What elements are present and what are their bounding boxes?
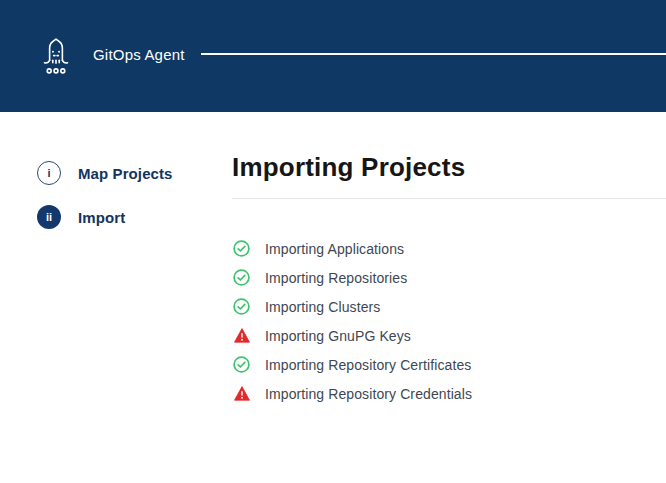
import-status-label: Importing Clusters (265, 299, 380, 315)
page-body: i Map Projects ii Import Importing Proje… (0, 112, 666, 408)
sidebar-item-import[interactable]: ii Import (37, 205, 232, 229)
check-circle-icon (233, 356, 250, 373)
title-divider (232, 198, 666, 199)
import-status-row: Importing Clusters (232, 292, 666, 321)
import-status-row: Importing GnuPG Keys (232, 321, 666, 350)
import-status-row: Importing Repository Certificates (232, 350, 666, 379)
octopus-logo-icon (38, 35, 74, 77)
import-status-label: Importing Repositories (265, 270, 407, 286)
import-status-row: Importing Repository Credentials (232, 379, 666, 408)
import-status-list: Importing Applications Importing Reposit… (232, 234, 666, 408)
import-status-row: Importing Repositories (232, 263, 666, 292)
import-status-label: Importing GnuPG Keys (265, 328, 411, 344)
sidebar-item-label: Map Projects (78, 165, 173, 182)
brand-title: GitOps Agent (93, 46, 185, 63)
sidebar-item-label: Import (78, 209, 125, 226)
import-status-label: Importing Repository Credentials (265, 386, 472, 402)
sidebar-item-map-projects[interactable]: i Map Projects (37, 161, 232, 185)
header-divider-line (201, 53, 666, 55)
step-one-badge: i (37, 161, 61, 185)
check-circle-icon (233, 240, 250, 257)
warning-triangle-icon (233, 327, 250, 344)
check-circle-icon (233, 298, 250, 315)
main-content: Importing Projects Importing Application… (232, 112, 666, 408)
step-two-badge: ii (37, 205, 61, 229)
import-status-row: Importing Applications (232, 234, 666, 263)
app-header: GitOps Agent (0, 0, 666, 112)
page-title: Importing Projects (232, 152, 666, 183)
warning-triangle-icon (233, 385, 250, 402)
check-circle-icon (233, 269, 250, 286)
wizard-steps-nav: i Map Projects ii Import (0, 112, 232, 408)
import-status-label: Importing Applications (265, 241, 404, 257)
import-status-label: Importing Repository Certificates (265, 357, 471, 373)
